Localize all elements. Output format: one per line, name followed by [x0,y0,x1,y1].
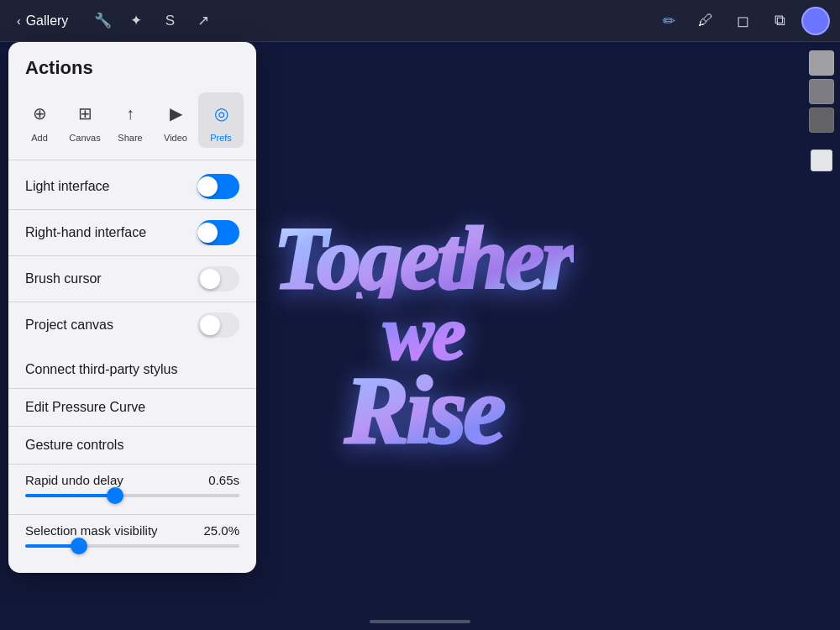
light-interface-label: Light interface [25,179,110,194]
brush-cursor-row: Brush cursor [8,256,256,302]
toolbar-left: ‹ Gallery 🔧 ✦ S ↗ [10,8,654,34]
tab-prefs-label: Prefs [210,133,232,143]
swatch-small-1[interactable] [811,150,832,171]
transform-icon[interactable]: ↗ [191,8,216,34]
tab-help[interactable]: ? Help [244,92,256,148]
toolbar: ‹ Gallery 🔧 ✦ S ↗ ✏ 🖊 ◻ ⧉ [0,0,840,42]
gallery-chevron-icon: ‹ [17,14,21,28]
toggle-knob [200,269,220,289]
top-tool-icons: 🔧 ✦ S ↗ [90,8,216,34]
project-canvas-row: Project canvas [8,302,256,348]
art-line-1: Together [274,219,574,299]
rapid-undo-track[interactable] [25,494,239,497]
light-interface-row: Light interface [8,164,256,210]
selection-mask-header: Selection mask visibility 25.0% [25,523,239,538]
selection-mask-slider-section: Selection mask visibility 25.0% [8,514,256,556]
art-line-3: Rise [274,366,574,454]
toggle-knob [197,223,218,243]
gallery-button[interactable]: ‹ Gallery [10,10,75,32]
prefs-icon: ◎ [205,97,237,129]
swatch-2[interactable] [809,79,834,104]
bottom-scroll-bar [370,620,470,623]
magic-icon[interactable]: ✦ [123,8,149,34]
toolbar-right-tools: ✏ 🖊 ◻ ⧉ [654,6,830,36]
video-icon: ▶ [160,97,192,129]
rapid-undo-value: 0.65s [208,473,239,487]
project-canvas-label: Project canvas [25,318,113,333]
action-tabs-row: ⊕ Add ⊞ Canvas ↑ Share ▶ Video ◎ Prefs ?… [8,89,256,160]
toggle-knob [197,176,218,197]
tab-canvas[interactable]: ⊞ Canvas [62,92,108,148]
calligraphy-art: Together we Rise [274,219,574,454]
canvas-icon: ⊞ [69,97,101,129]
add-icon: ⊕ [24,97,55,129]
tab-canvas-label: Canvas [69,133,100,143]
selection-mask-value: 25.0% [203,523,239,538]
gesture-controls-label: Gesture controls [25,438,123,452]
edit-pressure-label: Edit Pressure Curve [25,400,145,414]
connect-stylus-label: Connect third-party stylus [25,362,177,376]
selection-mask-track[interactable] [25,544,239,548]
right-hand-toggle[interactable] [197,220,239,245]
rapid-undo-slider-section: Rapid undo delay 0.65s [8,464,256,506]
project-canvas-toggle[interactable] [197,312,239,338]
swatch-1[interactable] [809,50,834,76]
connect-stylus-item[interactable]: Connect third-party stylus [8,351,256,389]
edit-pressure-item[interactable]: Edit Pressure Curve [8,389,256,427]
rapid-undo-header: Rapid undo delay 0.65s [25,473,239,487]
layers-tool-icon[interactable]: ⧉ [764,6,795,36]
rapid-undo-thumb[interactable] [107,487,123,504]
brush-cursor-toggle[interactable] [197,266,239,291]
help-icon: ? [250,97,256,129]
wrench-icon[interactable]: 🔧 [90,8,115,34]
tab-add[interactable]: ⊕ Add [17,92,62,148]
gallery-label: Gallery [26,13,69,29]
toggle-section: Light interface Right-hand interface Bru… [8,160,256,351]
toggle-knob [200,315,220,335]
right-hand-interface-row: Right-hand interface [8,210,256,256]
right-hand-label: Right-hand interface [25,225,146,240]
right-sidebar [803,42,840,630]
swatch-3[interactable] [809,108,834,133]
brush-cursor-label: Brush cursor [25,271,102,286]
menu-items-section: Connect third-party stylus Edit Pressure… [8,351,256,464]
tab-share-label: Share [118,133,142,143]
pencil-tool-icon[interactable]: ✏ [654,6,684,36]
pen-tool-icon[interactable]: 🖊 [690,6,721,36]
eraser-tool-icon[interactable]: ◻ [727,6,758,36]
light-interface-toggle[interactable] [197,174,239,199]
share-icon: ↑ [114,97,146,129]
rapid-undo-fill [25,494,115,497]
actions-panel: Actions ⊕ Add ⊞ Canvas ↑ Share ▶ Video ◎… [8,42,256,573]
gesture-controls-item[interactable]: Gesture controls [8,427,256,464]
rapid-undo-label: Rapid undo delay [25,473,123,487]
panel-title: Actions [8,42,256,89]
tab-video[interactable]: ▶ Video [153,92,198,148]
color-swatch[interactable] [801,7,830,35]
selection-mask-label: Selection mask visibility [25,523,158,538]
tab-share[interactable]: ↑ Share [108,92,153,148]
tab-video-label: Video [164,133,187,143]
select-icon[interactable]: S [157,8,182,34]
tab-add-label: Add [31,133,48,143]
selection-mask-thumb[interactable] [71,538,87,554]
tab-prefs[interactable]: ◎ Prefs [198,92,244,148]
